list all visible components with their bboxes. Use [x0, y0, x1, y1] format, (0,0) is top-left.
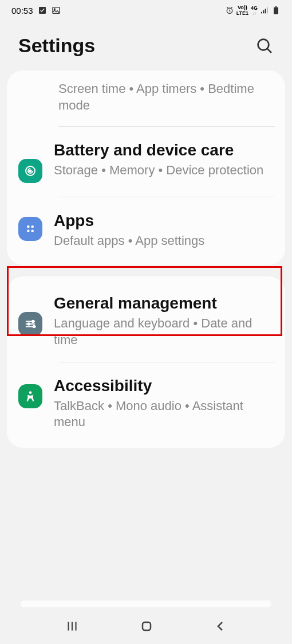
settings-card: Screen time • App timers • Bedtime mode …: [7, 71, 285, 265]
image-icon: [52, 6, 61, 15]
svg-rect-6: [265, 9, 266, 13]
search-icon: [255, 37, 274, 55]
battery-icon: [271, 6, 281, 15]
svg-rect-4: [261, 12, 262, 14]
network-type-indicator: 4G ↓↑: [251, 5, 258, 16]
svg-point-2: [54, 9, 55, 10]
item-title: Apps: [54, 211, 274, 231]
item-text: Apps Default apps • App settings: [54, 211, 274, 249]
svg-rect-5: [263, 10, 264, 13]
item-title: Battery and device care: [54, 140, 274, 160]
settings-item-accessibility[interactable]: Accessibility TalkBack • Mono audio • As…: [7, 362, 285, 448]
settings-card: General management Language and keyboard…: [7, 276, 285, 448]
page-title: Settings: [18, 34, 95, 57]
item-text: Accessibility TalkBack • Mono audio • As…: [54, 376, 274, 431]
svg-point-15: [27, 230, 30, 233]
svg-rect-8: [274, 7, 278, 14]
settings-item-battery-device-care[interactable]: Battery and device care Storage • Memory…: [7, 127, 285, 197]
svg-point-12: [30, 170, 31, 172]
accessibility-icon: [18, 384, 42, 408]
volte-indicator: Vo)) LTE1: [236, 5, 248, 16]
home-icon: [140, 619, 153, 633]
svg-point-19: [33, 326, 35, 328]
alarm-icon: [225, 6, 234, 15]
svg-point-20: [29, 391, 32, 394]
item-subtitle: Screen time • App timers • Bedtime mode: [58, 81, 274, 114]
general-management-icon: [18, 312, 42, 336]
scroll-hint: [21, 600, 271, 607]
item-subtitle: TalkBack • Mono audio • Assistant menu: [54, 398, 274, 431]
settings-item-general-management[interactable]: General management Language and keyboard…: [7, 276, 285, 362]
svg-point-13: [27, 225, 30, 228]
status-time: 00:53: [11, 6, 33, 15]
settings-item-apps[interactable]: Apps Default apps • App settings: [7, 197, 285, 265]
svg-point-16: [31, 230, 34, 233]
settings-item-digital-wellbeing[interactable]: Screen time • App timers • Bedtime mode: [7, 71, 285, 126]
svg-rect-21: [143, 622, 151, 630]
svg-rect-7: [267, 7, 268, 14]
item-text: General management Language and keyboard…: [54, 294, 274, 348]
item-subtitle: Default apps • App settings: [54, 233, 274, 249]
item-title: Accessibility: [54, 376, 274, 396]
device-care-icon: [18, 159, 42, 183]
checkbox-icon: [38, 6, 47, 15]
svg-point-10: [258, 39, 269, 50]
settings-header: Settings: [0, 21, 292, 71]
svg-point-14: [31, 225, 34, 228]
recents-button[interactable]: [65, 619, 80, 636]
apps-icon: [18, 217, 42, 241]
back-button[interactable]: [214, 619, 227, 635]
status-bar: 00:53 Vo)) LTE1 4G ↓↑: [0, 0, 292, 21]
svg-point-18: [27, 323, 30, 326]
status-right: Vo)) LTE1 4G ↓↑: [225, 5, 281, 16]
item-subtitle: Language and keyboard • Date and time: [54, 315, 274, 348]
item-title: General management: [54, 294, 274, 313]
search-button[interactable]: [255, 37, 274, 55]
svg-point-17: [32, 321, 34, 323]
item-text: Screen time • App timers • Bedtime mode: [58, 81, 274, 114]
signal-icon: [260, 6, 269, 15]
status-left: 00:53: [11, 6, 61, 15]
svg-rect-9: [275, 6, 277, 7]
navigation-bar: [0, 611, 292, 644]
item-text: Battery and device care Storage • Memory…: [54, 140, 274, 178]
item-subtitle: Storage • Memory • Device protection: [54, 162, 274, 179]
home-button[interactable]: [140, 619, 153, 635]
recents-icon: [65, 619, 80, 634]
back-icon: [214, 619, 227, 633]
